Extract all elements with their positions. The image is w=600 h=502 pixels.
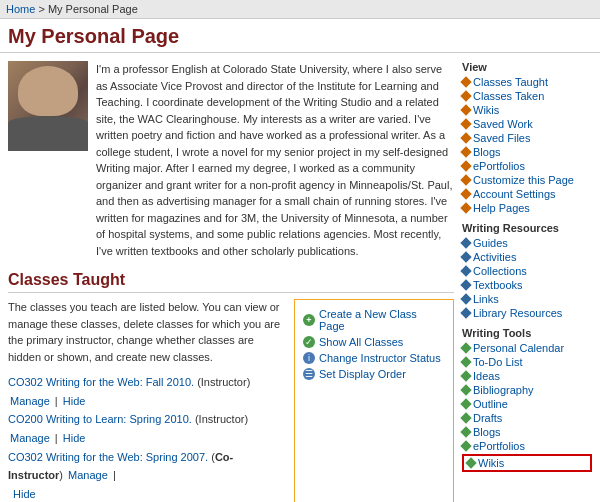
sidebar-link-links[interactable]: Links: [473, 293, 499, 305]
table-row: CO302 Writing for the Web: Fall 2010. (I…: [8, 373, 286, 410]
breadcrumb-home-link[interactable]: Home: [6, 3, 35, 15]
sidebar-link-blogs-tools[interactable]: Blogs: [473, 426, 501, 438]
eye-icon: ✓: [303, 336, 315, 348]
sidebar-link-textbooks[interactable]: Textbooks: [473, 279, 523, 291]
set-order-action[interactable]: ☰ Set Display Order: [303, 368, 445, 380]
sidebar-link-library[interactable]: Library Resources: [473, 307, 562, 319]
hide-link[interactable]: Hide: [63, 395, 86, 407]
diamond-icon: [460, 342, 471, 353]
sidebar-item-classes-taken[interactable]: Classes Taken: [462, 90, 592, 102]
sidebar-item-customize[interactable]: Customize this Page: [462, 174, 592, 186]
sidebar-link-classes-taken[interactable]: Classes Taken: [473, 90, 544, 102]
sidebar-item-saved-work[interactable]: Saved Work: [462, 118, 592, 130]
breadcrumb: Home > My Personal Page: [0, 0, 600, 19]
create-class-link[interactable]: Create a New Class Page: [319, 308, 445, 332]
show-all-action[interactable]: ✓ Show All Classes: [303, 336, 445, 348]
sidebar-item-wikis-tools[interactable]: Wikis: [462, 454, 592, 472]
sidebar-item-wikis[interactable]: Wikis: [462, 104, 592, 116]
sidebar-link-wikis-tools[interactable]: Wikis: [478, 457, 504, 469]
hide-link[interactable]: Hide: [63, 432, 86, 444]
sidebar: View Classes Taught Classes Taken Wikis …: [462, 61, 592, 502]
sidebar-link-bibliography[interactable]: Bibliography: [473, 384, 534, 396]
info-icon: i: [303, 352, 315, 364]
classes-grid: The classes you teach are listed below. …: [8, 299, 454, 502]
manage-link[interactable]: Manage: [10, 395, 50, 407]
table-row: CO200 Writing to Learn: Spring 2010. (In…: [8, 410, 286, 447]
class-link[interactable]: CO302 Writing for the Web: Spring 2007.: [8, 451, 208, 463]
sidebar-link-account[interactable]: Account Settings: [473, 188, 556, 200]
sidebar-item-calendar[interactable]: Personal Calendar: [462, 342, 592, 354]
classes-taught-heading: Classes Taught: [8, 271, 454, 293]
sidebar-link-outline[interactable]: Outline: [473, 398, 508, 410]
diamond-icon: [460, 118, 471, 129]
manage-link[interactable]: Manage: [68, 469, 108, 481]
hide-link[interactable]: Hide: [13, 488, 36, 500]
sidebar-link-calendar[interactable]: Personal Calendar: [473, 342, 564, 354]
profile-bio: I'm a professor English at Colorado Stat…: [96, 61, 454, 259]
sidebar-link-todo[interactable]: To-Do List: [473, 356, 523, 368]
classes-description: The classes you teach are listed below. …: [8, 299, 286, 365]
sidebar-link-customize[interactable]: Customize this Page: [473, 174, 574, 186]
diamond-icon: [460, 398, 471, 409]
sidebar-link-collections[interactable]: Collections: [473, 265, 527, 277]
diamond-icon: [465, 457, 476, 468]
sidebar-link-saved-files[interactable]: Saved Files: [473, 132, 530, 144]
set-order-link[interactable]: Set Display Order: [319, 368, 406, 380]
class-link[interactable]: CO302 Writing for the Web: Fall 2010.: [8, 376, 194, 388]
show-all-link[interactable]: Show All Classes: [319, 336, 403, 348]
sidebar-link-ideas[interactable]: Ideas: [473, 370, 500, 382]
change-status-action[interactable]: i Change Instructor Status: [303, 352, 445, 364]
diamond-icon: [460, 293, 471, 304]
diamond-icon: [460, 307, 471, 318]
diamond-icon: [460, 384, 471, 395]
sidebar-item-classes-taught[interactable]: Classes Taught: [462, 76, 592, 88]
sidebar-item-ideas[interactable]: Ideas: [462, 370, 592, 382]
sidebar-item-library[interactable]: Library Resources: [462, 307, 592, 319]
diamond-icon: [460, 356, 471, 367]
sidebar-link-activities[interactable]: Activities: [473, 251, 516, 263]
diamond-icon: [460, 237, 471, 248]
page-title: My Personal Page: [0, 19, 600, 53]
action-box: + Create a New Class Page ✓ Show All Cla…: [294, 299, 454, 502]
sidebar-link-drafts[interactable]: Drafts: [473, 412, 502, 424]
sidebar-item-links[interactable]: Links: [462, 293, 592, 305]
classes-taught-section: Classes Taught The classes you teach are…: [8, 271, 454, 502]
diamond-icon: [460, 412, 471, 423]
sidebar-link-wikis[interactable]: Wikis: [473, 104, 499, 116]
diamond-icon: [460, 202, 471, 213]
sidebar-item-blogs-tools[interactable]: Blogs: [462, 426, 592, 438]
diamond-icon: [460, 76, 471, 87]
sidebar-item-eportfolios[interactable]: ePortfolios: [462, 160, 592, 172]
sidebar-link-classes-taught[interactable]: Classes Taught: [473, 76, 548, 88]
sidebar-link-saved-work[interactable]: Saved Work: [473, 118, 533, 130]
manage-link[interactable]: Manage: [10, 432, 50, 444]
sidebar-item-collections[interactable]: Collections: [462, 265, 592, 277]
sidebar-item-eportfolios-tools[interactable]: ePortfolios: [462, 440, 592, 452]
change-status-link[interactable]: Change Instructor Status: [319, 352, 441, 364]
sidebar-item-outline[interactable]: Outline: [462, 398, 592, 410]
diamond-icon: [460, 279, 471, 290]
sidebar-item-saved-files[interactable]: Saved Files: [462, 132, 592, 144]
sidebar-link-blogs[interactable]: Blogs: [473, 146, 501, 158]
sidebar-link-eportfolios[interactable]: ePortfolios: [473, 160, 525, 172]
sidebar-link-eportfolios-tools[interactable]: ePortfolios: [473, 440, 525, 452]
sidebar-link-guides[interactable]: Guides: [473, 237, 508, 249]
sidebar-item-activities[interactable]: Activities: [462, 251, 592, 263]
sidebar-item-guides[interactable]: Guides: [462, 237, 592, 249]
sidebar-item-todo[interactable]: To-Do List: [462, 356, 592, 368]
sidebar-writing-resources-title: Writing Resources: [462, 222, 592, 234]
sidebar-item-account[interactable]: Account Settings: [462, 188, 592, 200]
diamond-icon: [460, 132, 471, 143]
sidebar-item-drafts[interactable]: Drafts: [462, 412, 592, 424]
sidebar-item-help[interactable]: Help Pages: [462, 202, 592, 214]
content-area: I'm a professor English at Colorado Stat…: [8, 61, 454, 502]
sidebar-item-textbooks[interactable]: Textbooks: [462, 279, 592, 291]
sidebar-link-help[interactable]: Help Pages: [473, 202, 530, 214]
create-class-action[interactable]: + Create a New Class Page: [303, 308, 445, 332]
sidebar-item-bibliography[interactable]: Bibliography: [462, 384, 592, 396]
profile-section: I'm a professor English at Colorado Stat…: [8, 61, 454, 259]
class-link[interactable]: CO200 Writing to Learn: Spring 2010.: [8, 413, 192, 425]
sidebar-item-blogs[interactable]: Blogs: [462, 146, 592, 158]
classes-list: The classes you teach are listed below. …: [8, 299, 286, 502]
diamond-icon: [460, 265, 471, 276]
